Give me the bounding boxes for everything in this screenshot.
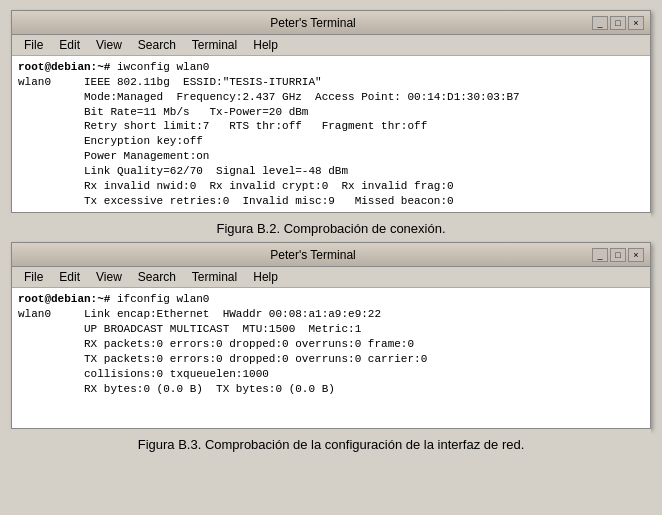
window-controls-2: _ □ × xyxy=(592,248,644,262)
caption-2: Figura B.3. Comprobación de la configura… xyxy=(11,429,651,458)
window-controls-1: _ □ × xyxy=(592,16,644,30)
terminal-content-1: root@debian:~# iwconfig wlan0 wlan0 IEEE… xyxy=(12,56,650,212)
menu-view-2[interactable]: View xyxy=(88,269,130,285)
terminal-line: wlan0 IEEE 802.11bg ESSID:"TESIS-ITURRIA… xyxy=(18,75,644,90)
terminal-window-1: Peter's Terminal _ □ × File Edit View Se… xyxy=(11,10,651,213)
minimize-button-1[interactable]: _ xyxy=(592,16,608,30)
terminal-line: Encryption key:off xyxy=(18,134,644,149)
terminal-title-1: Peter's Terminal xyxy=(34,16,592,30)
terminal-line: Link Quality=62/70 Signal level=-48 dBm xyxy=(18,164,644,179)
terminal-line: RX packets:0 errors:0 dropped:0 overruns… xyxy=(18,337,644,352)
terminal-line: UP BROADCAST MULTICAST MTU:1500 Metric:1 xyxy=(18,322,644,337)
menubar-2: File Edit View Search Terminal Help xyxy=(12,267,650,288)
terminal-line: Bit Rate=11 Mb/s Tx-Power=20 dBm xyxy=(18,105,644,120)
terminal-line: Tx excessive retries:0 Invalid misc:9 Mi… xyxy=(18,194,644,209)
terminal-line: root@debian:~# ifconfig wlan0 xyxy=(18,292,644,307)
page-container: Peter's Terminal _ □ × File Edit View Se… xyxy=(0,0,662,515)
menu-edit-2[interactable]: Edit xyxy=(51,269,88,285)
terminal-line: Mode:Managed Frequency:2.437 GHz Access … xyxy=(18,90,644,105)
menubar-1: File Edit View Search Terminal Help xyxy=(12,35,650,56)
close-button-2[interactable]: × xyxy=(628,248,644,262)
terminal-line: root@debian:~# iwconfig wlan0 xyxy=(18,60,644,75)
terminal-line: RX bytes:0 (0.0 B) TX bytes:0 (0.0 B) xyxy=(18,382,644,397)
close-button-1[interactable]: × xyxy=(628,16,644,30)
maximize-button-1[interactable]: □ xyxy=(610,16,626,30)
menu-search-2[interactable]: Search xyxy=(130,269,184,285)
prompt-2: root@debian:~# xyxy=(18,293,110,305)
menu-help-1[interactable]: Help xyxy=(245,37,286,53)
terminal-line: wlan0 Link encap:Ethernet HWaddr 00:08:a… xyxy=(18,307,644,322)
terminal-line: collisions:0 txqueuelen:1000 xyxy=(18,367,644,382)
terminal-line: Retry short limit:7 RTS thr:off Fragment… xyxy=(18,119,644,134)
maximize-button-2[interactable]: □ xyxy=(610,248,626,262)
minimize-button-2[interactable]: _ xyxy=(592,248,608,262)
prompt-1: root@debian:~# xyxy=(18,61,110,73)
terminal-line: Rx invalid nwid:0 Rx invalid crypt:0 Rx … xyxy=(18,179,644,194)
caption-1: Figura B.2. Comprobación de conexión. xyxy=(11,213,651,242)
menu-terminal-1[interactable]: Terminal xyxy=(184,37,245,53)
menu-view-1[interactable]: View xyxy=(88,37,130,53)
menu-terminal-2[interactable]: Terminal xyxy=(184,269,245,285)
menu-edit-1[interactable]: Edit xyxy=(51,37,88,53)
terminal-content-2: root@debian:~# ifconfig wlan0 wlan0 Link… xyxy=(12,288,650,428)
menu-file-1[interactable]: File xyxy=(16,37,51,53)
terminal-line: TX packets:0 errors:0 dropped:0 overruns… xyxy=(18,352,644,367)
titlebar-2: Peter's Terminal _ □ × xyxy=(12,243,650,267)
terminal-title-2: Peter's Terminal xyxy=(34,248,592,262)
menu-help-2[interactable]: Help xyxy=(245,269,286,285)
menu-file-2[interactable]: File xyxy=(16,269,51,285)
terminal-window-2: Peter's Terminal _ □ × File Edit View Se… xyxy=(11,242,651,429)
missed-text: Missed xyxy=(355,195,395,207)
menu-search-1[interactable]: Search xyxy=(130,37,184,53)
terminal-line: Power Management:on xyxy=(18,149,644,164)
titlebar-1: Peter's Terminal _ □ × xyxy=(12,11,650,35)
